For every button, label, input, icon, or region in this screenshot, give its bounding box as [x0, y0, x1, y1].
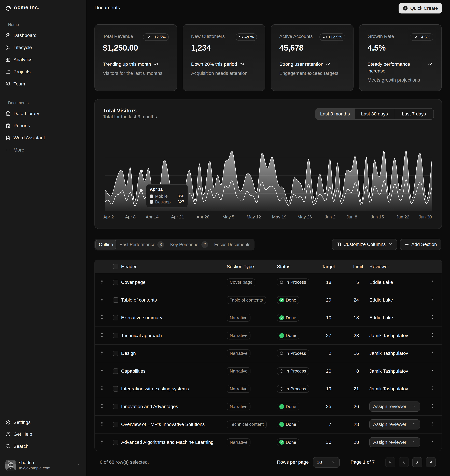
svg-text:May 19: May 19 [272, 215, 286, 220]
svg-text:Jun 8: Jun 8 [346, 215, 357, 220]
svg-text:May 26: May 26 [297, 215, 312, 220]
svg-text:Jun 2: Jun 2 [325, 215, 336, 220]
svg-text:Apr 28: Apr 28 [196, 215, 209, 220]
svg-text:May 5: May 5 [222, 215, 234, 220]
svg-text:Apr 21: Apr 21 [171, 215, 184, 220]
svg-text:Apr 8: Apr 8 [125, 215, 136, 220]
svg-text:May 12: May 12 [247, 215, 261, 220]
svg-text:Apr 2: Apr 2 [103, 215, 114, 220]
svg-text:Jun 15: Jun 15 [371, 215, 384, 220]
svg-text:Apr 14: Apr 14 [146, 215, 159, 220]
svg-text:Jun 22: Jun 22 [396, 215, 409, 220]
svg-text:Jun 30: Jun 30 [419, 215, 432, 220]
